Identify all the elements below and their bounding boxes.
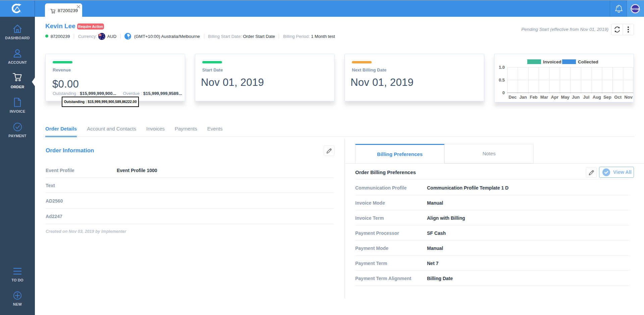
svg-text:Apr: Apr bbox=[551, 95, 558, 100]
svg-text:1.0: 1.0 bbox=[499, 65, 505, 70]
svg-text:Collected: Collected bbox=[578, 59, 598, 64]
svg-text:Nov: Nov bbox=[624, 95, 633, 100]
svg-text:Oct: Oct bbox=[614, 95, 622, 100]
svg-text:May: May bbox=[561, 95, 570, 100]
svg-text:0.5: 0.5 bbox=[499, 77, 505, 83]
svg-text:Jul: Jul bbox=[583, 95, 590, 100]
svg-text:0: 0 bbox=[502, 90, 505, 95]
svg-text:Sep: Sep bbox=[603, 95, 611, 100]
svg-text:Mar: Mar bbox=[540, 95, 548, 100]
svg-text:Jan: Jan bbox=[519, 95, 527, 100]
svg-text:Aug: Aug bbox=[593, 95, 601, 100]
svg-text:Dec: Dec bbox=[508, 95, 517, 100]
svg-text:Jun: Jun bbox=[572, 95, 580, 100]
svg-text:Feb: Feb bbox=[530, 95, 537, 100]
svg-text:Invoiced: Invoiced bbox=[543, 59, 561, 64]
svg-text:WOSB: WOSB bbox=[632, 8, 639, 11]
